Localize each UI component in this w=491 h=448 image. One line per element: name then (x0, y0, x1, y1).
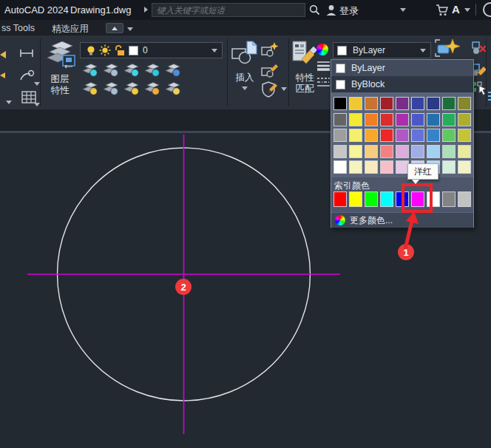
layer-tool-icon[interactable] (102, 63, 119, 81)
index-color-swatch[interactable] (380, 191, 393, 207)
grid-color-swatch[interactable] (442, 129, 456, 142)
color-wheel-icon[interactable] (316, 44, 328, 55)
grid-color-swatch[interactable] (349, 113, 362, 126)
dim-dropdown-icon[interactable] (34, 82, 40, 86)
layer-properties-button[interactable]: 图层 特性 (43, 40, 77, 105)
grid-color-swatch[interactable] (442, 97, 456, 110)
create-block-icon[interactable] (260, 41, 278, 58)
grid-color-swatch[interactable] (333, 160, 347, 174)
insert-block-button[interactable]: 插入 (231, 40, 259, 105)
step-badge-2: 2 (175, 279, 192, 295)
search-icon[interactable] (309, 4, 320, 16)
leader-dropdown-icon[interactable] (34, 103, 40, 106)
layer-tool-icon[interactable] (164, 63, 181, 81)
ribbon-collapse-button[interactable] (106, 23, 123, 33)
autodesk-logo-icon[interactable]: A (452, 3, 460, 16)
layer-combo-value: 0 (143, 45, 148, 55)
grid-color-swatch[interactable] (427, 97, 440, 110)
grid-color-swatch[interactable] (365, 129, 378, 142)
index-color-swatch[interactable] (442, 191, 456, 207)
grid-color-swatch[interactable] (396, 145, 409, 158)
help-icon[interactable] (483, 2, 491, 17)
grid-color-swatch[interactable] (333, 113, 347, 126)
object-color-value: ByLayer (353, 45, 385, 55)
edit-block-icon[interactable] (260, 62, 278, 78)
layer-tool-icon[interactable] (143, 63, 160, 81)
index-color-swatch[interactable] (333, 191, 347, 207)
grid-color-swatch[interactable] (442, 160, 456, 174)
grid-color-swatch[interactable] (349, 97, 362, 110)
grid-color-swatch[interactable] (380, 97, 393, 110)
grid-color-swatch[interactable] (333, 145, 347, 158)
layer-tool-icon[interactable] (123, 81, 140, 99)
layer-tool-icon[interactable] (143, 81, 160, 99)
index-color-swatch[interactable] (349, 191, 362, 207)
grid-color-swatch[interactable] (458, 129, 471, 142)
grid-color-swatch[interactable] (365, 97, 378, 110)
index-color-swatch[interactable] (365, 191, 378, 207)
tab-featured-apps[interactable]: 精选应用 (52, 23, 89, 35)
cart-icon[interactable] (436, 4, 448, 16)
sign-in-button[interactable]: 登录 (339, 4, 359, 18)
grid-color-swatch[interactable] (349, 145, 362, 158)
grid-color-swatch[interactable] (411, 97, 424, 110)
grid-color-swatch[interactable] (365, 160, 378, 174)
layer-tool-icon[interactable] (164, 81, 181, 99)
object-color-caret-icon[interactable] (420, 49, 426, 52)
grid-color-swatch[interactable] (458, 160, 471, 174)
grid-color-swatch[interactable] (333, 129, 347, 142)
group-icon[interactable] (433, 38, 461, 61)
grid-color-swatch[interactable] (427, 113, 440, 126)
app-title: AutoCAD 2024 (4, 4, 69, 16)
grid-color-swatch[interactable] (396, 113, 409, 126)
layer-tool-icon[interactable] (123, 63, 140, 81)
linetype-icon[interactable] (317, 77, 330, 89)
match-properties-button[interactable]: 特性 匹配 (291, 40, 318, 105)
grid-color-swatch[interactable] (380, 113, 393, 126)
grid-color-swatch[interactable] (411, 145, 424, 158)
grid-color-swatch[interactable] (396, 129, 409, 142)
grid-color-swatch[interactable] (380, 129, 393, 142)
search-input[interactable] (152, 3, 305, 17)
grid-color-swatch[interactable] (380, 145, 393, 158)
grid-color-swatch[interactable] (411, 129, 424, 142)
insert-block-icon (231, 40, 259, 69)
grid-color-swatch[interactable] (365, 113, 378, 126)
ribbon-collapse-options-icon[interactable] (127, 27, 133, 31)
grid-color-swatch[interactable] (411, 113, 424, 126)
lineweight-icon[interactable] (317, 61, 330, 71)
index-color-swatch[interactable] (458, 191, 471, 207)
layer-tool-icon[interactable] (81, 81, 98, 99)
edit-attributes-icon[interactable] (260, 81, 280, 98)
tab-express-tools[interactable]: ss Tools (1, 23, 35, 33)
object-color-combo[interactable]: ByLayer (333, 42, 431, 58)
block-extra-caret-icon[interactable] (281, 87, 287, 91)
grid-color-swatch[interactable] (396, 97, 409, 110)
grid-color-swatch[interactable] (365, 145, 378, 158)
search-expand-icon[interactable] (144, 7, 148, 13)
titlebar-dropdown-icon[interactable] (400, 8, 406, 12)
grid-color-swatch[interactable] (458, 145, 471, 158)
grid-color-swatch[interactable] (442, 145, 456, 158)
grid-color-swatch[interactable] (442, 113, 456, 126)
grid-color-swatch[interactable] (427, 129, 440, 142)
grid-color-swatch[interactable] (333, 97, 347, 110)
layer-tool-icon[interactable] (81, 63, 98, 81)
grid-color-swatch[interactable] (458, 113, 471, 126)
color-option-byblock[interactable]: ByBlock (331, 76, 473, 92)
grid-color-swatch[interactable] (380, 160, 393, 174)
layer-combo-caret-icon[interactable] (211, 49, 217, 52)
color-option-bylayer[interactable]: ByLayer (331, 60, 473, 76)
user-icon[interactable] (325, 4, 337, 16)
autodesk-dropdown-icon[interactable] (464, 8, 470, 12)
grid-color-swatch[interactable] (427, 145, 440, 158)
more-colors-button[interactable]: 更多颜色... (331, 212, 473, 228)
annotate-panel-caret-icon[interactable] (6, 101, 12, 104)
layer-combo[interactable]: 0 (80, 42, 223, 58)
layer-tool-icon[interactable] (102, 81, 119, 99)
collapse-up-icon (112, 27, 118, 30)
grid-color-swatch[interactable] (349, 160, 362, 174)
grid-color-swatch[interactable] (349, 129, 362, 142)
titlebar-divider (475, 4, 476, 16)
grid-color-swatch[interactable] (458, 97, 471, 110)
